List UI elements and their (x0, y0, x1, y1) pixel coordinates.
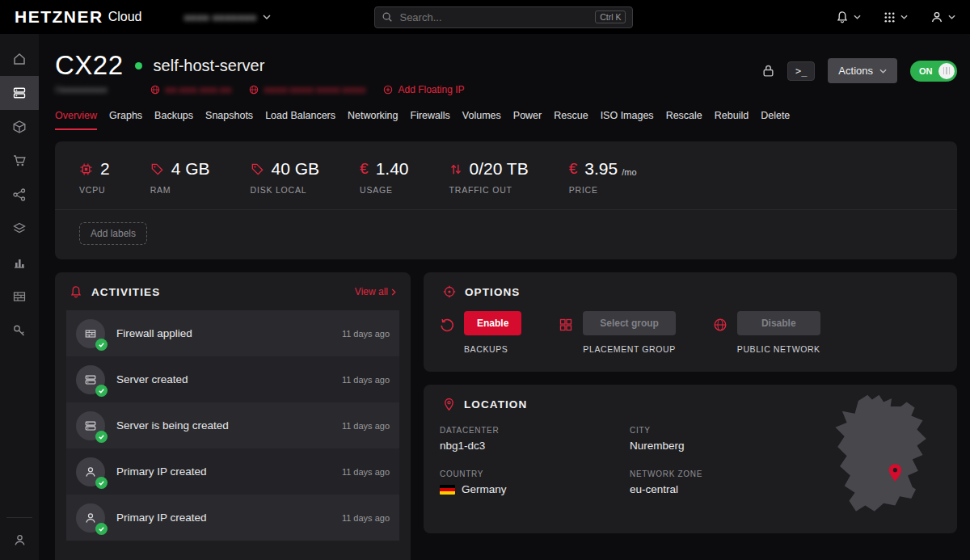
sidebar-item-marketplace[interactable] (0, 144, 39, 178)
stat-value: 2 (100, 159, 110, 179)
chart-icon (12, 255, 27, 270)
search-bar[interactable]: Ctrl K (374, 6, 633, 28)
view-all-label: View all (355, 286, 388, 297)
tab-overview[interactable]: Overview (55, 110, 97, 130)
sidebar-item-support[interactable] (0, 523, 39, 557)
city-label: CITY (630, 426, 820, 435)
stat-vcpu: 2 VCPU (79, 159, 110, 195)
apps-grid-icon (884, 11, 896, 23)
sidebar-item-servers[interactable] (0, 76, 39, 110)
success-check-icon (95, 523, 108, 535)
tab-delete[interactable]: Delete (761, 110, 790, 130)
bottom-grid: ACTIVITIES View all Firewall applied 11 … (55, 272, 957, 560)
toggle-knob (938, 63, 955, 79)
euro-icon: € (569, 160, 578, 178)
placement-group-label: PLACEMENT GROUP (583, 344, 675, 354)
ipv4-address[interactable]: ●●.●●●.●●●.●● (150, 84, 231, 95)
options-card: OPTIONS Enable BACKUPS (424, 272, 957, 372)
enable-backups-button[interactable]: Enable (464, 311, 521, 335)
ip-user-icon (84, 512, 97, 524)
select-group-button[interactable]: Select group (583, 311, 675, 335)
activities-title: ACTIVITIES (91, 286, 160, 298)
lock-icon[interactable] (762, 64, 774, 78)
tab-rescue[interactable]: Rescue (554, 110, 588, 130)
activity-row-server-being-created[interactable]: Server is being created 11 days ago (66, 402, 399, 448)
sidebar-item-firewalls[interactable] (0, 280, 39, 314)
server-icon (84, 373, 97, 386)
stat-usage: € 1.40 USAGE (360, 159, 408, 195)
euro-icon: € (360, 160, 369, 178)
sidebar-item-security[interactable] (0, 314, 39, 347)
stats-row: 2 VCPU 4 GB RAM 40 GB DISK LOCAL (55, 141, 957, 209)
tab-firewalls[interactable]: Firewalls (411, 110, 450, 130)
sidebar-item-metrics[interactable] (0, 246, 39, 280)
search-input[interactable] (399, 11, 588, 23)
ipv6-address[interactable]: ●●●●:●●●●:●●●●:●●●● (249, 84, 365, 95)
tab-graphs[interactable]: Graphs (109, 110, 142, 130)
field-country: COUNTRY Germany (440, 469, 630, 495)
tab-backups[interactable]: Backups (154, 110, 193, 130)
stat-label: PRICE (569, 185, 637, 195)
main-content: CX22 self-host-server #●●●●●●●● ●●.●●●.●… (39, 34, 970, 560)
server-title-block: CX22 self-host-server #●●●●●●●● ●●.●●●.●… (55, 50, 465, 95)
network-nodes-icon (12, 187, 27, 202)
add-floating-ip-link[interactable]: Add Floating IP (383, 84, 464, 95)
germany-flag-icon (440, 485, 455, 495)
view-all-link[interactable]: View all (355, 286, 396, 297)
project-name-redacted: ●●●● ●●●●●●● (183, 11, 256, 23)
target-icon (443, 285, 456, 298)
server-icon (84, 419, 97, 432)
project-switcher[interactable]: ●●●● ●●●●●●● (183, 11, 271, 23)
avatar (76, 457, 105, 486)
tag-icon (150, 162, 164, 176)
tab-load-balancers[interactable]: Load Balancers (265, 110, 335, 130)
success-check-icon (95, 431, 108, 443)
sidebar-item-load-balancers[interactable] (0, 212, 39, 246)
activity-time: 11 days ago (342, 375, 390, 385)
sidebar-item-volumes[interactable] (0, 110, 39, 144)
activity-text: Primary IP created (116, 465, 207, 478)
user-menu[interactable] (930, 11, 955, 23)
activity-row-primary-ip-created[interactable]: Primary IP created 11 days ago (66, 495, 399, 541)
activity-text: Primary IP created (116, 512, 207, 524)
tab-volumes[interactable]: Volumes (462, 110, 501, 130)
tag-icon (251, 162, 264, 176)
tab-power[interactable]: Power (513, 110, 542, 130)
success-check-icon (95, 339, 108, 351)
activity-time: 11 days ago (342, 421, 390, 431)
actions-button[interactable]: Actions (828, 58, 897, 83)
tab-rebuild[interactable]: Rebuild (715, 110, 749, 130)
ipv6-redacted: ●●●●:●●●●:●●●●:●●●● (264, 84, 365, 95)
activity-row-firewall-applied[interactable]: Firewall applied 11 days ago (66, 310, 399, 356)
germany-map (826, 393, 946, 528)
tab-iso-images[interactable]: ISO Images (601, 110, 654, 130)
tab-snapshots[interactable]: Snapshots (205, 110, 253, 130)
hetzner-logo: HETZNER (15, 7, 103, 27)
stat-value: 0/20 TB (470, 159, 529, 179)
server-stats-card: 2 VCPU 4 GB RAM 40 GB DISK LOCAL (55, 141, 957, 259)
success-check-icon (95, 477, 108, 489)
add-labels-button[interactable]: Add labels (79, 222, 147, 245)
chevron-right-icon (391, 288, 396, 296)
activity-row-primary-ip-created[interactable]: Primary IP created 11 days ago (66, 448, 399, 495)
power-toggle[interactable]: ON (910, 61, 957, 82)
activity-row-server-created[interactable]: Server created 11 days ago (66, 356, 399, 402)
chevron-down-icon (900, 15, 908, 19)
notifications-menu[interactable] (836, 11, 861, 23)
sidebar-bottom (0, 512, 39, 557)
tab-networking[interactable]: Networking (348, 110, 399, 130)
chevron-down-icon (854, 15, 861, 19)
datacenter-value: nbg1-dc3 (440, 440, 630, 452)
sidebar-item-home[interactable] (0, 42, 39, 76)
disable-public-network-button[interactable]: Disable (737, 311, 820, 335)
apps-menu[interactable] (884, 11, 908, 23)
server-controls: >_ Actions ON (762, 50, 957, 83)
sidebar-divider (6, 517, 32, 518)
sidebar-item-networks[interactable] (0, 178, 39, 212)
tab-rescale[interactable]: Rescale (666, 110, 702, 130)
traffic-arrows-icon (449, 162, 462, 176)
placement-group-icon (559, 311, 573, 354)
console-button[interactable]: >_ (787, 61, 815, 81)
servers-icon (12, 86, 27, 100)
server-id-redacted: #●●●●●●●● (55, 84, 133, 95)
